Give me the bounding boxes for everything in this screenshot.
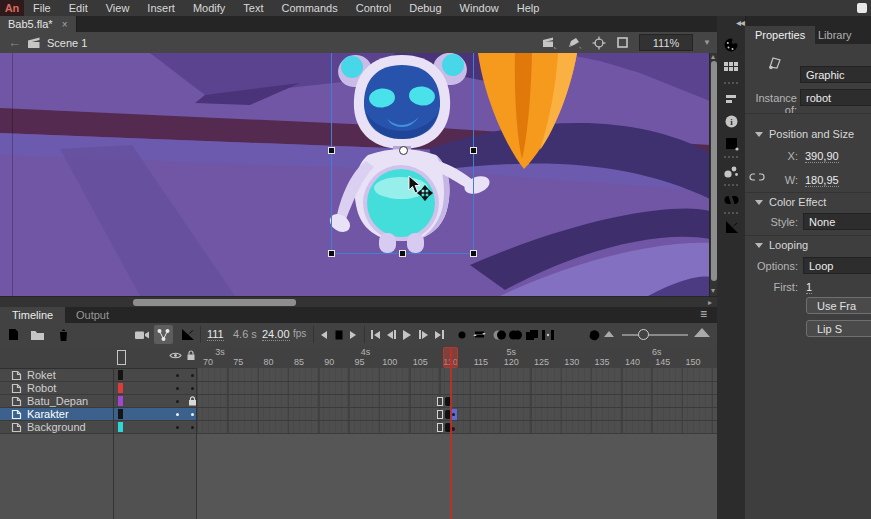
play-icon[interactable] bbox=[400, 325, 414, 344]
loop-playback-icon[interactable] bbox=[470, 325, 489, 344]
symbol-type-dropdown[interactable]: Graphic bbox=[800, 66, 871, 83]
tab-library[interactable]: Library bbox=[808, 26, 862, 44]
current-frame-field[interactable]: 111 bbox=[207, 328, 224, 341]
timeline-panel-menu-icon[interactable]: ≡ bbox=[700, 307, 707, 321]
step-back-icon[interactable] bbox=[318, 325, 330, 344]
layer-color-swatch[interactable] bbox=[118, 396, 123, 406]
shorter-frame-view-icon[interactable] bbox=[604, 331, 614, 337]
show-parenting-view-icon[interactable] bbox=[154, 325, 173, 344]
edit-scene-icon[interactable] bbox=[542, 36, 557, 49]
loop-options-dropdown[interactable]: Loop bbox=[803, 257, 871, 274]
frames-grid[interactable] bbox=[197, 368, 717, 434]
stage-zoom-level[interactable]: 111% bbox=[639, 34, 693, 51]
reset-timeline-zoom-icon[interactable] bbox=[584, 325, 603, 344]
menu-control[interactable]: Control bbox=[347, 0, 400, 16]
animate-logo[interactable]: An bbox=[0, 0, 24, 16]
layer-color-swatch[interactable] bbox=[118, 370, 123, 380]
layer-lock-dot[interactable] bbox=[191, 426, 194, 429]
scroll-down-icon[interactable]: ▾ bbox=[711, 286, 715, 295]
graph-editor-icon[interactable] bbox=[178, 325, 197, 344]
layer-color-swatch[interactable] bbox=[118, 383, 123, 393]
go-to-first-frame-icon[interactable] bbox=[368, 325, 382, 344]
layer-row-roket[interactable]: Roket bbox=[0, 369, 197, 382]
edit-symbols-icon[interactable] bbox=[567, 36, 582, 49]
timeline-ruler[interactable]: 3s4s5s6s 7075808590951001051101151201251… bbox=[0, 346, 717, 369]
use-frame-picker-button[interactable]: Use Fra bbox=[806, 297, 871, 314]
stage-canvas[interactable] bbox=[0, 53, 710, 296]
step-forward-icon[interactable] bbox=[347, 325, 359, 344]
x-value[interactable]: 390,90 bbox=[805, 150, 839, 163]
menu-insert[interactable]: Insert bbox=[138, 0, 184, 16]
close-tab-icon[interactable]: × bbox=[62, 19, 68, 30]
menu-window[interactable]: Window bbox=[451, 0, 508, 16]
camera-icon[interactable] bbox=[132, 325, 151, 344]
layer-lock-dot[interactable] bbox=[191, 387, 194, 390]
window-control[interactable] bbox=[857, 3, 867, 13]
frame-span-end[interactable] bbox=[437, 423, 443, 432]
layer-color-swatch[interactable] bbox=[118, 422, 123, 432]
w-value[interactable]: 180,95 bbox=[805, 174, 839, 187]
layer-lock-dot[interactable] bbox=[191, 374, 194, 377]
selection-handle-right[interactable] bbox=[470, 147, 477, 154]
scroll-up-icon[interactable]: ▴ bbox=[711, 52, 715, 61]
transformation-point[interactable] bbox=[399, 146, 408, 155]
taller-frame-view-icon[interactable] bbox=[694, 328, 710, 337]
horizontal-scroll-thumb[interactable] bbox=[133, 299, 296, 306]
modify-markers-icon[interactable] bbox=[538, 325, 557, 344]
collapse-panels-icon[interactable]: ◂◂ bbox=[736, 17, 744, 28]
motion-presets-panel-icon[interactable] bbox=[722, 218, 740, 236]
instance-name-field[interactable]: robot bbox=[800, 89, 871, 106]
align-panel-icon[interactable] bbox=[722, 90, 740, 108]
step-back-one-frame-icon[interactable] bbox=[384, 325, 398, 344]
menu-debug[interactable]: Debug bbox=[400, 0, 450, 16]
selection-handle-bottom-left[interactable] bbox=[328, 250, 335, 257]
section-color-effect[interactable]: Color Effect bbox=[755, 196, 826, 208]
section-collapse-icon[interactable] bbox=[755, 200, 763, 205]
zoom-dropdown-chevron-icon[interactable]: ▼ bbox=[703, 38, 711, 47]
menu-text[interactable]: Text bbox=[234, 0, 272, 16]
info-panel-icon[interactable]: i bbox=[722, 112, 740, 130]
transform-panel-icon[interactable] bbox=[722, 134, 740, 152]
layer-lock-dot[interactable] bbox=[191, 413, 194, 416]
layer-visibility-dot[interactable] bbox=[176, 374, 179, 377]
section-looping[interactable]: Looping bbox=[755, 239, 808, 251]
layer-visibility-dot[interactable] bbox=[176, 400, 179, 403]
selection-handle-bottom-right[interactable] bbox=[470, 250, 477, 257]
document-tab[interactable]: Bab5.fla* × bbox=[0, 16, 77, 32]
style-dropdown[interactable]: None bbox=[803, 213, 871, 230]
menu-file[interactable]: File bbox=[24, 0, 60, 16]
tab-timeline[interactable]: Timeline bbox=[0, 307, 65, 323]
eye-column-icon[interactable] bbox=[169, 351, 182, 360]
center-frame-icon[interactable] bbox=[452, 325, 471, 344]
delete-layer-trash-icon[interactable] bbox=[54, 325, 73, 344]
section-position-and-size[interactable]: Position and Size bbox=[755, 128, 854, 140]
layer-color-swatch[interactable] bbox=[118, 409, 123, 419]
first-frame-value[interactable]: 1 bbox=[806, 281, 812, 294]
scene-name[interactable]: Scene 1 bbox=[47, 37, 87, 49]
back-arrow-icon[interactable]: ← bbox=[8, 35, 21, 50]
selection-handle-bottom-center[interactable] bbox=[399, 250, 406, 257]
playhead-line[interactable] bbox=[450, 347, 452, 519]
frame-span-end[interactable] bbox=[437, 397, 443, 406]
tab-properties[interactable]: Properties bbox=[745, 26, 815, 44]
layer-row-background[interactable]: Background bbox=[0, 421, 197, 434]
swatches-panel-icon[interactable] bbox=[722, 58, 740, 76]
new-folder-icon[interactable] bbox=[28, 325, 47, 344]
step-forward-one-frame-icon[interactable] bbox=[416, 325, 430, 344]
new-layer-icon[interactable] bbox=[4, 325, 23, 344]
frame-span-end[interactable] bbox=[437, 410, 443, 419]
menu-commands[interactable]: Commands bbox=[272, 0, 346, 16]
clip-content-icon[interactable] bbox=[616, 36, 629, 49]
layer-row-karakter-selected[interactable]: Karakter bbox=[0, 408, 197, 421]
menu-view[interactable]: View bbox=[97, 0, 139, 16]
layer-visibility-dot[interactable] bbox=[176, 426, 179, 429]
lock-column-icon[interactable] bbox=[186, 350, 196, 361]
center-stage-icon[interactable] bbox=[592, 36, 606, 50]
frame-size-slider-track[interactable] bbox=[622, 334, 688, 336]
frame-size-slider-handle[interactable] bbox=[638, 329, 649, 340]
layer-row-robot[interactable]: Robot bbox=[0, 382, 197, 395]
menu-edit[interactable]: Edit bbox=[60, 0, 97, 16]
color-panel-icon[interactable] bbox=[722, 36, 740, 54]
tab-output[interactable]: Output bbox=[64, 307, 121, 323]
scroll-right-icon[interactable]: ▸ bbox=[708, 298, 712, 307]
